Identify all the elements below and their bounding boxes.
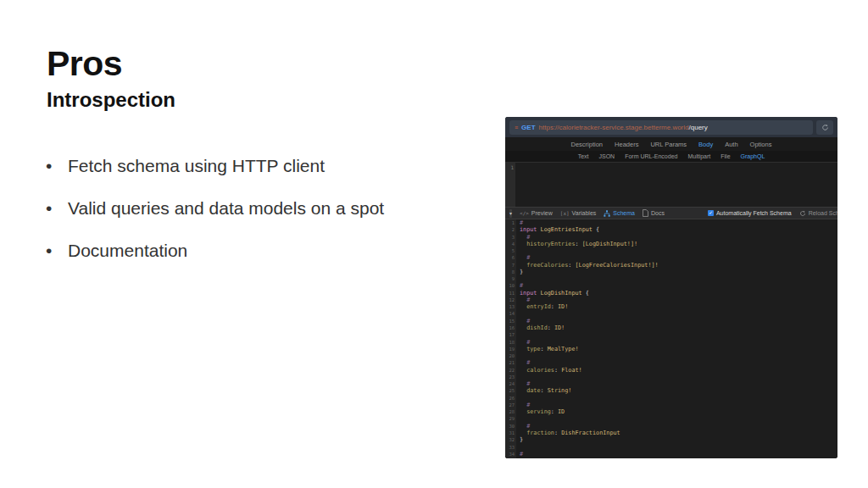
body-type-tabs: Text JSON Form URL-Encoded Multipart Fil… — [505, 151, 837, 162]
page-title: Pros — [47, 44, 122, 84]
sitemap-icon — [604, 210, 610, 217]
preview-button[interactable]: </>Preview — [520, 210, 553, 216]
tab-auth[interactable]: Auth — [725, 141, 737, 148]
bullet-item: Valid queries and data models on a spot — [44, 196, 396, 221]
code-icon: </> — [520, 210, 529, 216]
url-input[interactable]: ≡ GET https://calorietracker-service.sta… — [509, 120, 813, 135]
tab-description[interactable]: Description — [571, 141, 604, 148]
api-client-window: ≡ GET https://calorietracker-service.sta… — [505, 117, 837, 458]
tab-multipart[interactable]: Multipart — [687, 153, 710, 159]
tab-json[interactable]: JSON — [599, 153, 615, 159]
refresh-icon — [821, 124, 829, 131]
tab-form-url-encoded[interactable]: Form URL-Encoded — [625, 153, 677, 159]
document-icon — [643, 209, 648, 217]
http-method-label[interactable]: GET — [521, 124, 535, 131]
tab-headers[interactable]: Headers — [615, 141, 638, 148]
reload-icon — [799, 210, 806, 217]
schema-gutter: 1234567891011121314151617181920212223242… — [505, 219, 516, 458]
schema-button[interactable]: Schema — [604, 210, 635, 217]
bullet-item: Documentation — [44, 238, 396, 263]
tab-options[interactable]: Options — [750, 141, 772, 148]
request-tabs: Description Headers URL Params Body Auth… — [505, 137, 837, 151]
tab-url-params[interactable]: URL Params — [650, 141, 687, 148]
tab-file[interactable]: File — [721, 153, 730, 159]
send-refresh-button[interactable] — [816, 120, 833, 135]
request-body-editor[interactable]: 1 — [505, 162, 837, 207]
request-url-text[interactable]: https://calorietracker-service.stage.bet… — [539, 124, 708, 131]
brackets-icon: [x] — [560, 210, 570, 216]
chevron-down-icon[interactable]: ▾ — [509, 209, 512, 218]
tab-text[interactable]: Text — [578, 153, 589, 159]
bullet-item: Fetch schema using HTTP client — [44, 153, 396, 179]
graphql-toolbar: ▾ </>Preview [x]Variables Schema Docs ✓ … — [505, 207, 837, 219]
bullet-list: Fetch schema using HTTP client Valid que… — [44, 153, 409, 280]
body-editor-gutter: 1 — [505, 163, 515, 207]
method-dropdown-icon[interactable]: ≡ — [515, 125, 518, 130]
reload-schema-button[interactable]: Reload Schema — [799, 210, 837, 217]
variables-button[interactable]: [x]Variables — [560, 210, 597, 216]
schema-viewer[interactable]: 1234567891011121314151617181920212223242… — [505, 219, 837, 458]
checkbox-checked-icon[interactable]: ✓ — [708, 210, 714, 216]
tab-graphql[interactable]: GraphQL — [741, 153, 765, 159]
docs-button[interactable]: Docs — [643, 209, 665, 217]
request-url-bar: ≡ GET https://calorietracker-service.sta… — [505, 117, 837, 137]
auto-fetch-schema-checkbox[interactable]: ✓ Automatically Fetch Schema — [708, 210, 792, 216]
url-path: /query — [689, 124, 708, 131]
tab-body[interactable]: Body — [698, 141, 713, 148]
schema-code[interactable]: #input LogEntriesInput { # historyEntrie… — [516, 219, 837, 458]
page-subtitle: Introspection — [47, 88, 175, 112]
